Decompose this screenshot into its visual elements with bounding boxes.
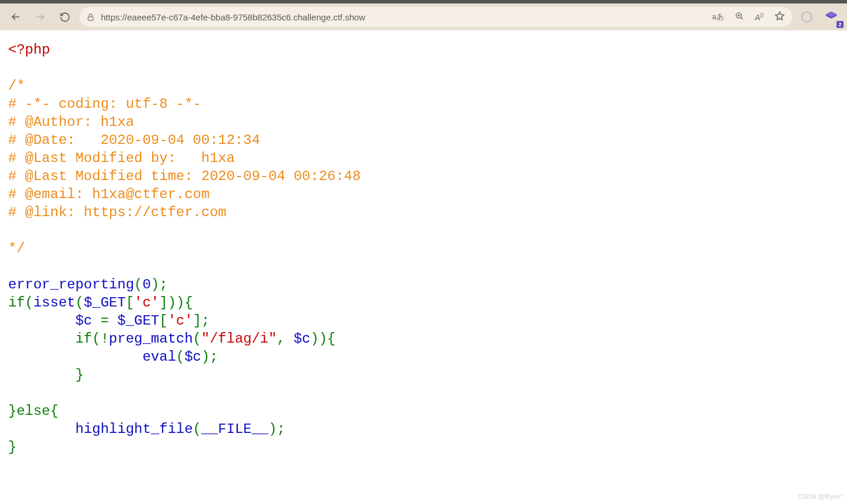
comment-close: */ — [8, 241, 25, 256]
comment-line: # @Last Modified time: 2020-09-04 00:26:… — [8, 168, 361, 184]
bracket-close: ]; — [193, 313, 210, 329]
extension-icon[interactable]: 2 — [821, 7, 841, 27]
paren: ( — [75, 295, 83, 311]
comment-line: # @Author: h1xa — [8, 114, 134, 130]
brace-close: } — [8, 367, 84, 383]
var-get: $_GET — [117, 313, 159, 329]
fn-error-reporting: error_reporting — [8, 277, 134, 292]
paren: ( — [193, 331, 201, 347]
watermark: CSDN @Myon⁵ — [798, 493, 842, 501]
page-content: <?php /* # -*- coding: utf-8 -*- # @Auth… — [0, 30, 847, 467]
comment-line: # @link: https://ctfer.com — [8, 205, 226, 220]
bracket-close: ])) — [159, 295, 184, 311]
bracket: [ — [126, 295, 134, 311]
refresh-button[interactable] — [55, 7, 75, 27]
svg-rect-0 — [88, 16, 93, 20]
fn-eval: eval — [142, 349, 176, 365]
kw-if-not: if(! — [8, 331, 109, 347]
paren: ( — [193, 421, 201, 437]
php-source: <?php /* # -*- coding: utf-8 -*- # @Auth… — [8, 41, 839, 456]
str-key: 'c' — [168, 313, 193, 329]
str-pattern: "/flag/i" — [201, 331, 277, 347]
address-url: https://eaeee57e-c67a-4efe-bba8-9758b826… — [101, 12, 706, 22]
paren-close: ); — [151, 277, 168, 292]
paren-close-brace: )){ — [311, 331, 336, 347]
address-bar[interactable]: https://eaeee57e-c67a-4efe-bba8-9758b826… — [79, 7, 792, 27]
comment-line: # @email: h1xa@ctfer.com — [8, 186, 210, 202]
address-right-icons: aあ A)) — [712, 10, 785, 24]
zoom-icon[interactable] — [734, 11, 744, 23]
brace: { — [185, 295, 193, 311]
var-c: $c — [294, 331, 311, 347]
else: }else{ — [8, 403, 58, 419]
indent — [8, 313, 75, 329]
browser-toolbar: https://eaeee57e-c67a-4efe-bba8-9758b826… — [0, 3, 847, 30]
var-c: $c — [184, 349, 201, 365]
comment-line: # @Last Modified by: h1xa — [8, 150, 235, 166]
fn-highlight-file: highlight_file — [75, 421, 193, 437]
read-aloud-icon[interactable]: A)) — [755, 12, 764, 22]
str-key: 'c' — [134, 295, 159, 311]
paren-close: ); — [268, 421, 285, 437]
kw-if: if( — [8, 295, 33, 311]
const-file: __FILE__ — [201, 421, 268, 437]
favorite-icon[interactable] — [774, 10, 785, 24]
comment-open: /* — [8, 78, 25, 94]
fn-preg-match: preg_match — [109, 331, 193, 347]
comment-line: # @Date: 2020-09-04 00:12:34 — [8, 132, 260, 148]
comma: , — [277, 331, 294, 347]
arg-zero: 0 — [142, 277, 150, 292]
lock-icon — [86, 13, 95, 22]
var-c: $c — [75, 313, 92, 329]
eq: = — [92, 313, 117, 329]
bracket: [ — [159, 313, 167, 329]
php-open-tag: <?php — [8, 42, 50, 58]
back-button[interactable] — [6, 7, 26, 27]
forward-button[interactable] — [30, 7, 50, 27]
var-get: $_GET — [84, 295, 126, 311]
paren: ( — [176, 349, 184, 365]
paren-close: ); — [201, 349, 218, 365]
indent — [8, 349, 142, 365]
translate-icon[interactable]: aあ — [712, 12, 723, 22]
paren: ( — [134, 277, 142, 292]
extension-badge: 2 — [837, 21, 844, 28]
brace-close: } — [8, 439, 16, 455]
comment-line: # -*- coding: utf-8 -*- — [8, 96, 201, 112]
stop-icon[interactable] — [797, 7, 817, 27]
indent — [8, 421, 75, 437]
fn-isset: isset — [33, 295, 75, 311]
